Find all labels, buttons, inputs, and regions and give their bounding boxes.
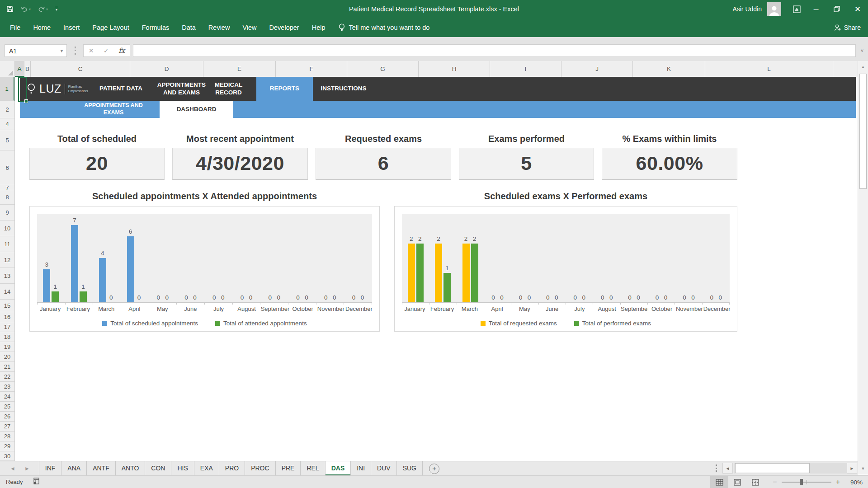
name-box-dropdown-icon[interactable]: ▼ (60, 45, 64, 57)
sheet-nav-right-icon[interactable]: ► (24, 465, 30, 472)
row-header-12[interactable]: 12 (0, 252, 14, 268)
nav-tab-patient-data[interactable]: PATIENT DATA (86, 77, 156, 101)
hscroll-right-icon[interactable]: ► (847, 463, 857, 474)
sheet-tab-rel[interactable]: REL (301, 461, 325, 475)
user-name[interactable]: Asir Uddin (732, 5, 762, 13)
menu-tab-view[interactable]: View (236, 18, 263, 37)
row-header-27[interactable]: 27 (0, 422, 14, 432)
row-header-17[interactable]: 17 (0, 322, 14, 332)
row-header-8[interactable]: 8 (0, 190, 14, 205)
normal-view-icon[interactable] (710, 476, 728, 488)
scroll-down-icon[interactable]: ▼ (858, 464, 868, 474)
zoom-slider-handle[interactable] (800, 479, 803, 485)
macro-record-icon[interactable] (33, 478, 40, 486)
page-break-view-icon[interactable] (746, 476, 764, 488)
row-header-5[interactable]: 5 (0, 130, 14, 150)
row-header-30[interactable]: 30 (0, 451, 14, 461)
row-header-6[interactable]: 6 (0, 150, 14, 185)
enter-formula-icon[interactable]: ✓ (104, 47, 109, 54)
menu-tab-developer[interactable]: Developer (263, 18, 306, 37)
row-header-16[interactable]: 16 (0, 312, 14, 322)
save-icon[interactable] (6, 5, 14, 13)
tell-me-box[interactable]: Tell me what you want to do (339, 23, 429, 32)
customize-qat-icon[interactable]: ▾ (55, 7, 58, 12)
sub-tab-appointments-and-exams[interactable]: APPOINTMENTS AND EXAMS (75, 101, 152, 118)
row-header-4[interactable]: 4 (0, 118, 14, 130)
menu-tab-data[interactable]: Data (175, 18, 202, 37)
column-header-K[interactable]: K (633, 61, 705, 77)
share-button[interactable]: Share (834, 18, 861, 37)
nav-tab-reports[interactable]: REPORTS (256, 77, 313, 101)
vertical-scrollbar[interactable]: ▲ ▼ (858, 61, 868, 474)
row-header-19[interactable]: 19 (0, 342, 14, 352)
row-header-21[interactable]: 21 (0, 362, 14, 372)
column-header-F[interactable]: F (276, 61, 347, 77)
row-header-15[interactable]: 15 (0, 300, 14, 312)
redo-icon[interactable]: ▾ (38, 6, 48, 13)
tab-split-handle[interactable] (716, 465, 717, 472)
menu-tab-help[interactable]: Help (306, 18, 332, 37)
column-header-B[interactable]: B (24, 61, 31, 77)
sheet-tab-anto[interactable]: ANTO (116, 461, 146, 475)
sheet-tab-his[interactable]: HIS (171, 461, 194, 475)
menu-tab-home[interactable]: Home (27, 18, 57, 37)
scroll-up-icon[interactable]: ▲ (858, 62, 868, 72)
cancel-formula-icon[interactable]: ✕ (89, 47, 94, 54)
menu-tab-page-layout[interactable]: Page Layout (86, 18, 135, 37)
name-box[interactable]: A1 ▼ (5, 44, 67, 57)
hscroll-left-icon[interactable]: ◄ (722, 463, 733, 474)
menu-tab-formulas[interactable]: Formulas (136, 18, 175, 37)
new-sheet-button[interactable]: + (429, 464, 439, 474)
column-header-G[interactable]: G (347, 61, 419, 77)
sheet-tab-ana[interactable]: ANA (61, 461, 87, 475)
minimize-button[interactable]: ─ (806, 0, 826, 18)
undo-icon[interactable]: ▾ (20, 6, 31, 13)
horizontal-scrollbar[interactable] (734, 463, 847, 474)
row-header-29[interactable]: 29 (0, 441, 14, 451)
zoom-level[interactable]: 90% (846, 479, 863, 486)
sheet-nav-left-icon[interactable]: ◄ (10, 465, 15, 472)
row-header-28[interactable]: 28 (0, 432, 14, 441)
sheet-tab-duv[interactable]: DUV (371, 461, 397, 475)
menu-tab-file[interactable]: File (0, 18, 27, 37)
chart-panel-0[interactable]: 317140600000000000000000JanuaryFebruaryM… (29, 206, 380, 332)
column-header-A[interactable]: A (15, 61, 24, 77)
column-header-J[interactable]: J (561, 61, 633, 77)
nav-tab-appointments-and-exams[interactable]: APPOINTMENTS AND EXAMS (156, 77, 207, 101)
row-header-26[interactable]: 26 (0, 412, 14, 422)
avatar[interactable] (767, 2, 781, 16)
row-header-24[interactable]: 24 (0, 392, 14, 402)
row-header-2[interactable]: 2 (0, 101, 14, 118)
sheet-tab-ini[interactable]: INI (351, 461, 371, 475)
sheet-tab-pre[interactable]: PRE (276, 461, 301, 475)
insert-function-icon[interactable]: fx (118, 47, 125, 55)
column-header-C[interactable]: C (31, 61, 130, 77)
formula-input[interactable] (133, 44, 856, 57)
column-header-D[interactable]: D (130, 61, 203, 77)
row-header-13[interactable]: 13 (0, 268, 14, 284)
column-header-I[interactable]: I (490, 61, 561, 77)
zoom-in-icon[interactable]: + (836, 478, 840, 486)
sheet-tab-exa[interactable]: EXA (194, 461, 219, 475)
zoom-out-icon[interactable]: − (773, 478, 777, 486)
sheet-tab-inf[interactable]: INF (39, 461, 62, 475)
restore-button[interactable] (826, 0, 847, 18)
close-button[interactable]: ✕ (847, 0, 868, 18)
menu-tab-review[interactable]: Review (202, 18, 236, 37)
row-header-7[interactable]: 7 (0, 185, 14, 190)
formula-bar-expand-icon[interactable]: ˅ (858, 46, 866, 55)
sheet-tab-sug[interactable]: SUG (397, 461, 423, 475)
sheet-tab-proc[interactable]: PROC (245, 461, 275, 475)
row-header-10[interactable]: 10 (0, 221, 14, 236)
row-header-14[interactable]: 14 (0, 284, 14, 300)
menu-tab-insert[interactable]: Insert (57, 18, 86, 37)
page-layout-view-icon[interactable] (728, 476, 746, 488)
sheet-tab-con[interactable]: CON (145, 461, 171, 475)
column-header-H[interactable]: H (419, 61, 490, 77)
column-header-L[interactable]: L (705, 61, 833, 77)
sheet-tab-das[interactable]: DAS (326, 461, 351, 475)
horizontal-scroll-thumb[interactable] (735, 463, 810, 473)
nav-tab-instructions[interactable]: INSTRUCTIONS (314, 77, 373, 101)
zoom-slider[interactable] (782, 482, 831, 483)
select-all-corner[interactable] (0, 61, 15, 77)
